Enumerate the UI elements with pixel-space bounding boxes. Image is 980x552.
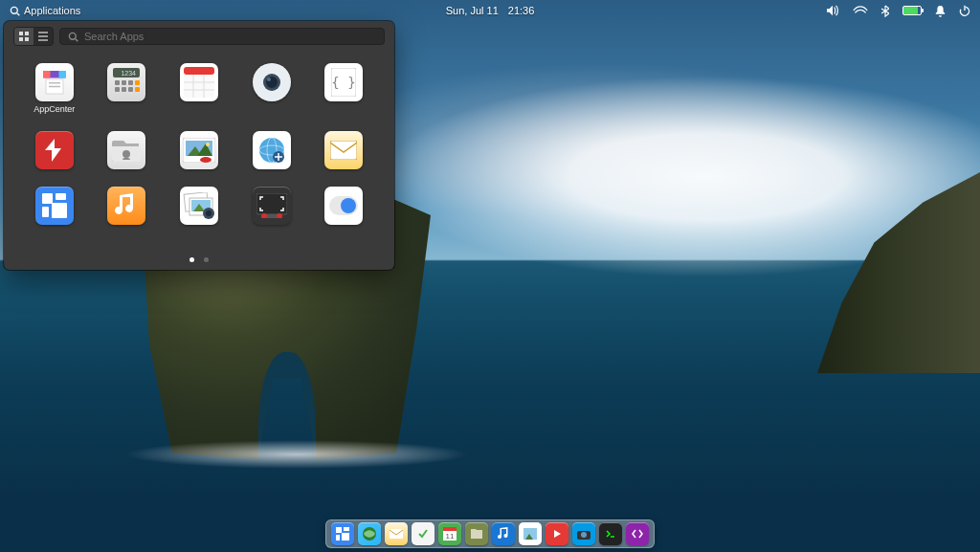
panel-date: Sun, Jul 11 bbox=[446, 5, 499, 16]
system-tray bbox=[826, 5, 970, 17]
app-mail[interactable] bbox=[312, 131, 375, 169]
pager-dot-2[interactable] bbox=[204, 257, 209, 262]
svg-point-67 bbox=[341, 198, 356, 213]
svg-point-61 bbox=[206, 210, 212, 216]
dock: 11 bbox=[325, 519, 655, 548]
svg-rect-14 bbox=[43, 71, 51, 78]
svg-rect-73 bbox=[390, 529, 403, 539]
view-category-button[interactable] bbox=[33, 28, 53, 45]
music-icon bbox=[107, 187, 145, 225]
app-appcenter[interactable]: AppCenter bbox=[23, 63, 86, 114]
svg-rect-27 bbox=[128, 87, 133, 92]
svg-rect-53 bbox=[56, 193, 66, 200]
svg-rect-55 bbox=[52, 203, 67, 218]
dock-tasks[interactable] bbox=[412, 522, 434, 545]
svg-rect-69 bbox=[344, 527, 349, 531]
top-panel: Applications Sun, Jul 11 21:36 bbox=[0, 0, 980, 21]
svg-point-46 bbox=[200, 157, 212, 163]
svg-line-12 bbox=[76, 38, 78, 41]
app-photos[interactable] bbox=[167, 187, 231, 225]
list-icon bbox=[38, 32, 48, 41]
svg-rect-22 bbox=[122, 80, 126, 85]
app-music[interactable] bbox=[96, 187, 159, 225]
svg-rect-74 bbox=[443, 527, 457, 531]
app-calculator[interactable]: 1234 bbox=[96, 63, 159, 114]
battery-icon[interactable] bbox=[902, 6, 922, 15]
dock-terminal[interactable] bbox=[599, 522, 622, 545]
appcenter-icon bbox=[35, 63, 74, 101]
image-viewer-icon bbox=[180, 131, 218, 169]
svg-rect-52 bbox=[42, 193, 53, 204]
applications-menu-button[interactable]: Applications bbox=[10, 5, 80, 16]
dock-multitasking[interactable] bbox=[331, 522, 354, 545]
pager-dot-1[interactable] bbox=[189, 257, 194, 262]
dock-mail[interactable] bbox=[385, 522, 408, 545]
svg-rect-71 bbox=[342, 533, 349, 541]
app-label: AppCenter bbox=[33, 104, 75, 114]
applications-launcher: AppCenter 1234 { } bbox=[4, 21, 394, 270]
launcher-header bbox=[4, 21, 394, 52]
dock-web[interactable] bbox=[358, 522, 381, 545]
dock-music[interactable] bbox=[492, 522, 515, 545]
svg-rect-24 bbox=[135, 80, 140, 85]
svg-rect-25 bbox=[115, 87, 120, 92]
photos-icon bbox=[180, 187, 218, 225]
launcher-pager bbox=[189, 257, 209, 262]
search-icon bbox=[68, 32, 78, 42]
grid-icon bbox=[19, 32, 29, 41]
dock-camera[interactable] bbox=[572, 522, 595, 545]
code-icon: { } bbox=[324, 63, 363, 101]
app-files[interactable] bbox=[96, 131, 159, 169]
svg-text:11: 11 bbox=[446, 532, 455, 541]
app-calendar[interactable] bbox=[167, 63, 231, 114]
app-multitasking[interactable] bbox=[23, 187, 86, 225]
wallpaper-foam bbox=[124, 440, 469, 469]
network-icon[interactable] bbox=[853, 6, 868, 15]
notifications-icon[interactable] bbox=[935, 5, 946, 17]
svg-point-80 bbox=[581, 532, 587, 538]
svg-rect-70 bbox=[336, 535, 340, 541]
panel-time: 21:36 bbox=[508, 5, 535, 16]
app-document-viewer[interactable] bbox=[23, 131, 86, 169]
search-field-wrap[interactable] bbox=[59, 28, 385, 45]
dock-code[interactable] bbox=[626, 522, 649, 545]
svg-rect-6 bbox=[19, 37, 23, 41]
power-icon[interactable] bbox=[959, 5, 970, 16]
view-grid-button[interactable] bbox=[14, 28, 33, 45]
svg-point-11 bbox=[69, 33, 76, 39]
app-screenshot[interactable] bbox=[240, 187, 303, 225]
svg-rect-68 bbox=[336, 527, 342, 533]
app-web[interactable] bbox=[240, 131, 303, 169]
camera-icon bbox=[253, 63, 291, 101]
app-camera[interactable] bbox=[240, 63, 303, 114]
pdf-icon bbox=[35, 131, 74, 169]
screenshot-icon bbox=[253, 187, 291, 225]
clock[interactable]: Sun, Jul 11 21:36 bbox=[446, 5, 535, 16]
mail-icon bbox=[324, 131, 363, 169]
search-icon bbox=[10, 6, 20, 16]
svg-rect-8 bbox=[38, 32, 48, 33]
search-input[interactable] bbox=[84, 31, 376, 42]
svg-rect-17 bbox=[49, 82, 60, 84]
app-code[interactable]: { } bbox=[312, 63, 375, 114]
svg-rect-7 bbox=[25, 37, 29, 41]
volume-icon[interactable] bbox=[826, 5, 839, 16]
dock-videos[interactable] bbox=[546, 522, 568, 545]
svg-rect-51 bbox=[330, 141, 357, 160]
svg-point-40 bbox=[122, 150, 130, 158]
svg-rect-18 bbox=[49, 86, 60, 88]
bluetooth-icon[interactable] bbox=[881, 5, 889, 17]
dock-files[interactable] bbox=[465, 522, 488, 545]
dock-calendar[interactable]: 11 bbox=[438, 522, 461, 545]
svg-rect-23 bbox=[128, 80, 133, 85]
app-system-settings[interactable] bbox=[312, 187, 375, 225]
web-icon bbox=[253, 131, 291, 169]
svg-line-1 bbox=[17, 12, 20, 15]
svg-point-0 bbox=[11, 7, 17, 13]
svg-rect-28 bbox=[135, 87, 140, 92]
svg-rect-30 bbox=[184, 75, 214, 98]
svg-rect-5 bbox=[25, 32, 29, 35]
app-image-viewer[interactable] bbox=[167, 131, 231, 169]
dock-photos[interactable] bbox=[519, 522, 542, 545]
view-toggle bbox=[13, 27, 54, 46]
